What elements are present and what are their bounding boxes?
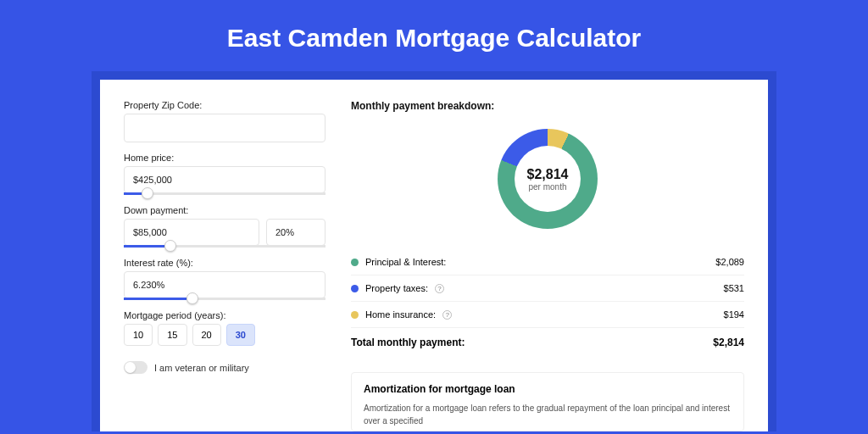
period-btn-10[interactable]: 10 [124,324,153,346]
legend-value: $2,089 [715,257,744,267]
rate-slider[interactable] [124,298,326,300]
rate-input[interactable] [124,271,326,298]
period-btn-20[interactable]: 20 [192,324,221,346]
veteran-label: I am veteran or military [154,363,249,373]
down-payment-group: Down payment: [124,205,326,248]
total-value: $2,814 [713,337,744,348]
legend-row-insurance: Home insurance: ? $194 [351,301,744,327]
legend: Principal & Interest: $2,089 Property ta… [351,249,744,360]
period-btn-30[interactable]: 30 [226,324,255,346]
legend-row-taxes: Property taxes: ? $531 [351,275,744,301]
dot-icon [351,285,359,292]
page-title: East Camden Mortgage Calculator [0,0,868,71]
donut-center: $2,814 per month [527,167,569,192]
zip-input[interactable] [124,114,326,142]
donut-chart-wrap: $2,814 per month [351,124,744,237]
total-row: Total monthly payment: $2,814 [351,327,744,360]
rate-label: Interest rate (%): [124,258,326,268]
period-label: Mortgage period (years): [124,310,326,320]
amortization-box: Amortization for mortgage loan Amortizat… [351,372,744,431]
legend-row-principal: Principal & Interest: $2,089 [351,249,744,275]
help-icon[interactable]: ? [442,310,452,320]
amortization-title: Amortization for mortgage loan [364,383,732,395]
down-payment-input[interactable] [124,219,259,246]
total-label: Total monthly payment: [351,337,465,348]
home-price-label: Home price: [124,153,326,163]
form-column: Property Zip Code: Home price: Down paym… [124,100,326,431]
home-price-slider[interactable] [124,192,326,195]
amortization-body: Amortization for a mortgage loan refers … [364,402,732,427]
home-price-group: Home price: [124,153,326,195]
down-payment-slider[interactable] [124,245,326,248]
legend-label: Home insurance: [365,309,436,320]
dot-icon [351,311,359,319]
panel-outer: Property Zip Code: Home price: Down paym… [92,71,776,431]
veteran-row: I am veteran or military [124,361,326,374]
down-payment-label: Down payment: [124,205,326,215]
donut-subtext: per month [527,182,569,192]
donut-amount: $2,814 [527,167,569,182]
donut-chart: $2,814 per month [498,129,598,229]
breakdown-column: Monthly payment breakdown: $2,814 per mo… [351,100,744,431]
rate-group: Interest rate (%): [124,258,326,300]
down-payment-pct-input[interactable] [266,219,326,246]
veteran-toggle[interactable] [124,361,147,374]
legend-value: $531 [724,283,744,293]
breakdown-heading: Monthly payment breakdown: [351,100,744,112]
period-options: 10 15 20 30 [124,324,326,346]
zip-group: Property Zip Code: [124,100,326,142]
legend-value: $194 [724,309,744,320]
legend-label: Property taxes: [365,283,428,293]
dot-icon [351,259,359,266]
period-btn-15[interactable]: 15 [158,324,186,346]
help-icon[interactable]: ? [435,284,444,293]
calculator-panel: Property Zip Code: Home price: Down paym… [100,80,768,431]
home-price-input[interactable] [124,166,326,193]
period-group: Mortgage period (years): 10 15 20 30 [124,310,326,346]
zip-label: Property Zip Code: [124,100,326,110]
legend-label: Principal & Interest: [365,257,446,267]
